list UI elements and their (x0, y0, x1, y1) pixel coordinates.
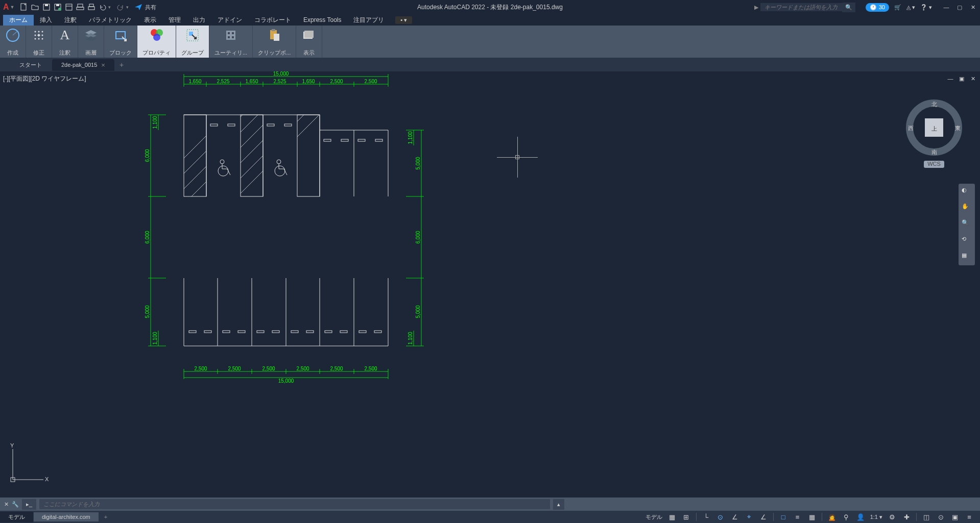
svg-rect-96 (238, 331, 245, 333)
tab-close-icon[interactable]: × (101, 61, 105, 69)
object-snap-icon[interactable]: □ (777, 511, 790, 522)
share-label[interactable]: 共有 (145, 4, 156, 11)
tab-start[interactable]: スタート (10, 59, 51, 71)
vp-maximize-icon[interactable]: ▣ (958, 74, 966, 83)
maximize-button[interactable]: ▢ (955, 3, 964, 11)
save-icon[interactable] (41, 2, 52, 12)
search-icon[interactable]: 🔍 (842, 3, 855, 12)
group-icon (185, 28, 200, 43)
svg-text:1,100: 1,100 (408, 131, 413, 144)
menu-addins[interactable]: アドイン (211, 15, 248, 26)
menu-switch[interactable]: ▪ ▾ (395, 16, 412, 24)
tab-file[interactable]: 2de-pak_0015 × (52, 59, 114, 71)
menu-featured[interactable]: 注目アプリ (347, 15, 390, 26)
pan-icon[interactable]: ✋ (962, 203, 972, 213)
ribbon-label: 画層 (85, 49, 97, 57)
menu-view[interactable]: 表示 (138, 15, 162, 26)
showmotion-icon[interactable]: ▦ (962, 252, 972, 262)
annoscale-icon[interactable]: 🙍 (825, 511, 839, 522)
menu-collaborate[interactable]: コラボレート (248, 15, 297, 26)
menu-annotate[interactable]: 注釈 (58, 15, 83, 26)
ribbon-properties[interactable]: プロパティ (137, 26, 176, 58)
app-menu-arrow[interactable]: ▼ (10, 5, 15, 10)
open-icon[interactable] (30, 2, 40, 12)
cmd-expand-icon[interactable]: ▴ (553, 499, 564, 510)
close-button[interactable]: ✕ (969, 3, 977, 11)
ribbon-draw[interactable]: 作成 (0, 26, 26, 58)
viewport-label[interactable]: [-][平面図][2D ワイヤフレーム] (3, 74, 86, 83)
otrack-icon[interactable]: ∠ (757, 511, 770, 522)
status-tab-layout[interactable]: digital-architex.com (34, 512, 99, 521)
transparency-icon[interactable]: ▦ (805, 511, 819, 522)
status-tab-model[interactable]: モデル (0, 512, 33, 522)
ortho-icon[interactable]: └ (700, 511, 713, 522)
cmd-close-icon[interactable]: ✕ (4, 501, 9, 508)
annoall-icon[interactable]: ⚲ (840, 511, 853, 522)
customize-icon[interactable]: ≡ (963, 511, 976, 522)
menu-insert[interactable]: 挿入 (34, 15, 58, 26)
search-input[interactable] (760, 3, 842, 11)
vp-close-icon[interactable]: ✕ (969, 74, 977, 83)
svg-text:1,100: 1,100 (152, 116, 158, 129)
redo-icon[interactable] (115, 2, 126, 12)
svg-text:北: 北 (931, 101, 937, 107)
minimize-button[interactable]: — (942, 3, 950, 11)
menu-express[interactable]: Express Tools (297, 15, 347, 24)
print-icon[interactable] (86, 2, 97, 12)
redo-dropdown[interactable]: ▾ (126, 5, 129, 10)
svg-rect-29 (232, 32, 234, 34)
annomonitor-icon[interactable]: ✚ (900, 511, 913, 522)
menu-home[interactable]: ホーム (3, 15, 34, 26)
undo-icon[interactable] (98, 2, 108, 12)
ribbon-view[interactable]: 表示 (296, 26, 322, 58)
search-box: ▶ 🔍 (754, 3, 855, 12)
ribbon-groups[interactable]: グループ (176, 26, 209, 58)
menu-output[interactable]: 出力 (187, 15, 211, 26)
polar-icon[interactable]: ⊙ (714, 511, 727, 522)
cart-icon[interactable]: 🛒 (894, 4, 901, 11)
new-icon[interactable] (19, 2, 29, 12)
status-right: モデル ▦ ⊞ └ ⊙ ∠ ⌖ ∠ □ ≡ ▦ 🙍 ⚲ 👤 1:1 ▾ ⚙ ✚ … (643, 511, 980, 522)
drawing-canvas[interactable]: [-][平面図][2D ワイヤフレーム] — ▣ ✕ 15,000 1,650 … (0, 71, 980, 497)
grid-icon[interactable]: ▦ (665, 511, 679, 522)
annoauto-icon[interactable]: 👤 (854, 511, 867, 522)
menu-manage[interactable]: 管理 (162, 15, 187, 26)
orbit-icon[interactable]: ⟲ (962, 236, 972, 246)
ribbon-modify[interactable]: 修正 (26, 26, 52, 58)
fullnav-icon[interactable]: ◐ (962, 187, 972, 197)
osnap-icon[interactable]: ⌖ (743, 511, 756, 522)
saveas-icon[interactable] (53, 2, 63, 12)
plot-icon[interactable] (75, 2, 85, 12)
workspace-icon[interactable]: ⚙ (886, 511, 899, 522)
tab-label: スタート (19, 61, 42, 69)
web-icon[interactable] (64, 2, 74, 12)
help-icon[interactable]: ❔ ▾ (920, 4, 932, 11)
cmd-customize-icon[interactable]: 🔧 (12, 501, 19, 508)
share-icon[interactable] (133, 2, 144, 12)
menu-parametric[interactable]: パラメトリック (83, 15, 138, 26)
hardware-icon[interactable]: ⊙ (934, 511, 947, 522)
zoom-icon[interactable]: 🔍 (962, 219, 972, 230)
lineweight-icon[interactable]: ≡ (791, 511, 804, 522)
status-tab-add[interactable]: + (99, 512, 112, 521)
cleanscreen-icon[interactable]: ▣ (948, 511, 962, 522)
account-icon[interactable]: ◬ ▾ (906, 4, 915, 11)
ribbon-block[interactable]: ブロック (104, 26, 137, 58)
status-model-label[interactable]: モデル (643, 513, 664, 521)
viewcube[interactable]: 北 南 西 東 上 WCS (903, 92, 965, 153)
ribbon-layers[interactable]: 画層 (78, 26, 104, 58)
ribbon-annotation[interactable]: A 注釈 (52, 26, 78, 58)
command-input[interactable] (39, 499, 550, 509)
trial-badge[interactable]: 🕐 30 (866, 3, 889, 12)
ribbon-clipboard[interactable]: クリップボ... (253, 26, 296, 58)
vp-minimize-icon[interactable]: — (946, 74, 954, 83)
tab-add-button[interactable]: + (115, 61, 128, 69)
scale-label[interactable]: 1:1 ▾ (868, 514, 885, 520)
isolate-icon[interactable]: ◫ (920, 511, 933, 522)
svg-rect-31 (232, 36, 234, 38)
isodraft-icon[interactable]: ∠ (728, 511, 742, 522)
ribbon-utilities[interactable]: ユーティリ... (209, 26, 253, 58)
snapmode-icon[interactable]: ⊞ (680, 511, 693, 522)
window-controls: — ▢ ✕ (942, 3, 977, 11)
undo-dropdown[interactable]: ▾ (108, 5, 111, 10)
